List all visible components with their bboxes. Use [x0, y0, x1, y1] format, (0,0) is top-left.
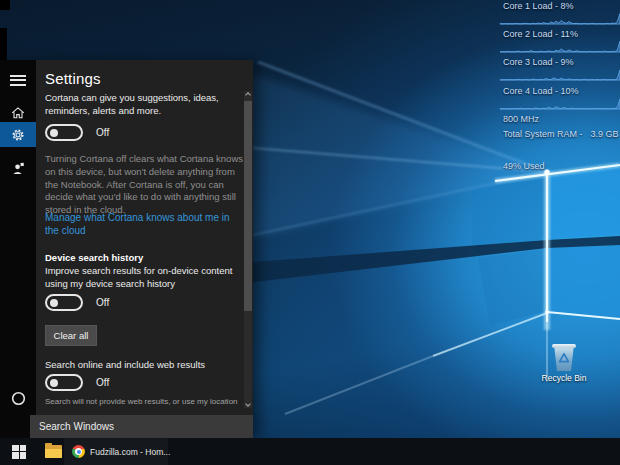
- recycle-bin-icon: [553, 344, 575, 371]
- web-results-label: Search online and include web results: [45, 359, 245, 370]
- cortana-toggle-row: Off: [45, 124, 109, 141]
- device-history-toggle-state: Off: [96, 297, 109, 308]
- device-history-description: Improve search results for on-device con…: [45, 265, 245, 290]
- settings-panel: Settings Cortana can give you suggestion…: [36, 60, 253, 415]
- core2-load-graph: [500, 41, 620, 53]
- web-results-toggle[interactable]: [45, 374, 83, 391]
- sidebar-item-home[interactable]: [0, 100, 36, 124]
- cortana-circle-icon: [11, 391, 26, 406]
- web-results-note: Search will not provide web results, or …: [45, 397, 250, 406]
- sidebar-item-feedback[interactable]: [0, 156, 36, 180]
- recycle-symbol-icon: [559, 353, 569, 363]
- taskbar: Fudzilla.com - Hom...: [0, 438, 620, 465]
- core3-load-label: Core 3 Load - 9%: [497, 57, 620, 67]
- chrome-taskbar-button[interactable]: Fudzilla.com - Hom...: [64, 438, 168, 465]
- feedback-person-icon: [11, 161, 26, 176]
- cpu-frequency-label: 800 MHz: [497, 114, 620, 124]
- cortana-toggle-state: Off: [96, 127, 109, 138]
- hamburger-icon: [10, 72, 26, 88]
- cortana-toggle[interactable]: [45, 124, 83, 141]
- desktop-screen: Core 1 Load - 8% Core 2 Load - 11% Core …: [0, 0, 620, 465]
- clear-all-button[interactable]: Clear all: [45, 325, 97, 346]
- panel-title: Settings: [45, 70, 101, 87]
- flyout-sidebar: [0, 60, 36, 438]
- search-input[interactable]: [30, 415, 253, 438]
- screen-artifact-strip: [0, 28, 7, 62]
- windows-logo-icon: [12, 445, 26, 459]
- sidebar-item-cortana[interactable]: [0, 386, 36, 410]
- sidebar-item-settings[interactable]: [0, 122, 36, 147]
- panel-scrollbar[interactable]: [244, 91, 252, 408]
- recycle-bin[interactable]: Recycle Bin: [540, 344, 588, 383]
- core4-load-label: Core 4 Load - 10%: [497, 86, 620, 96]
- total-ram-label: Total System RAM -: [503, 129, 583, 139]
- total-ram-value: 3.9 GB: [591, 129, 619, 139]
- cortana-intro-text: Cortana can give you suggestions, ideas,…: [45, 92, 237, 117]
- web-results-toggle-row: Off: [45, 374, 109, 391]
- home-icon: [10, 105, 26, 120]
- menu-button[interactable]: [0, 68, 36, 92]
- chrome-icon: [72, 445, 85, 458]
- recycle-bin-label: Recycle Bin: [540, 373, 588, 383]
- scrollbar-up-icon[interactable]: [245, 92, 251, 98]
- core1-load-label: Core 1 Load - 8%: [497, 1, 620, 11]
- core3-load-graph: [500, 69, 620, 81]
- scrollbar-thumb[interactable]: [244, 101, 252, 311]
- folder-icon: [45, 445, 62, 458]
- core2-load-label: Core 2 Load - 11%: [497, 29, 620, 39]
- screen-artifact-corner: [0, 0, 10, 10]
- gear-icon: [10, 127, 26, 143]
- device-history-toggle[interactable]: [45, 294, 83, 311]
- core1-load-graph: [500, 13, 620, 25]
- manage-cortana-link[interactable]: Manage what Cortana knows about me in th…: [45, 211, 245, 237]
- web-results-toggle-state: Off: [96, 377, 109, 388]
- scrollbar-down-icon[interactable]: [245, 401, 251, 407]
- ram-used-label: 49% Used: [497, 161, 620, 171]
- total-ram-row: Total System RAM - 3.9 GB: [497, 129, 620, 139]
- core4-load-graph: [500, 98, 620, 110]
- device-history-toggle-row: Off: [45, 294, 109, 311]
- start-button[interactable]: [0, 438, 38, 465]
- chrome-tab-title: Fudzilla.com - Hom...: [90, 447, 170, 457]
- cortana-off-note: Turning Cortana off clears what Cortana …: [45, 153, 247, 217]
- device-history-heading: Device search history: [45, 252, 143, 263]
